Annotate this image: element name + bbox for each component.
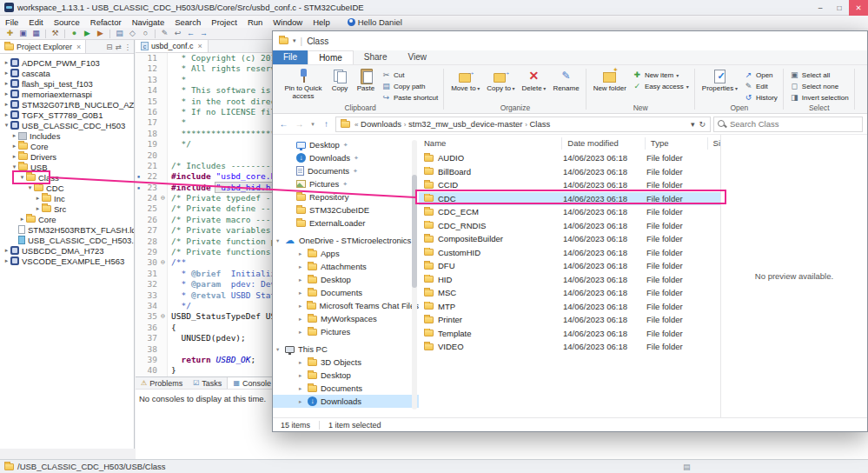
ribbon-button-new-item[interactable]: ✚New item▾	[631, 70, 691, 80]
nav-item-downloads[interactable]: ▸Downloads	[273, 395, 419, 408]
expander-open-icon[interactable]: ▾	[18, 174, 26, 181]
expander-closed-icon[interactable]: ▸	[3, 247, 10, 254]
tree-item-flash-spi-test-f103[interactable]: ▸flash_spi_test_f103	[0, 78, 134, 89]
menu-navigate[interactable]: Navigate	[127, 17, 170, 27]
file-row-video[interactable]: VIDEO14/06/2023 06:18File folder	[419, 340, 720, 354]
menu-run[interactable]: Run	[242, 17, 268, 27]
search-input[interactable]	[730, 119, 858, 129]
breadcrumb-overflow-chevron[interactable]: «	[354, 121, 358, 129]
nav-item-documents[interactable]: ▸Documents	[273, 286, 419, 299]
breadcrumb-stm32-mw-usb-device-master[interactable]: stm32_mw_usb_device-master	[408, 119, 522, 129]
expander-closed-icon[interactable]: ▸	[10, 132, 18, 139]
tree-item-includes[interactable]: ▸Includes	[0, 130, 134, 141]
save-icon[interactable]: ▣	[17, 28, 30, 39]
menu-window[interactable]: Window	[268, 17, 308, 27]
nav-item-externalloader[interactable]: ExternalLoader	[273, 217, 419, 230]
file-row-billboard[interactable]: BillBoard14/06/2023 06:18File folder	[419, 165, 720, 179]
nav-item-desktop[interactable]: ▸Desktop	[273, 273, 419, 286]
expander-closed-icon[interactable]: ▸	[34, 205, 42, 212]
tree-item-tgfx-st7789-g0b1[interactable]: ▸TGFX_ST7789_G0B1	[0, 110, 134, 120]
file-row-cdc-rndis[interactable]: CDC_RNDIS14/06/2023 06:18File folder	[419, 219, 720, 233]
open-element-icon[interactable]: ◇	[126, 28, 139, 39]
last-edit-location-icon[interactable]: ↩	[171, 28, 184, 39]
tree-item-usbcdc-dma-h723[interactable]: ▸USBCDC_DMA_H723	[0, 245, 134, 256]
expander-open-icon[interactable]: ▾	[26, 184, 34, 191]
scrollbar-thumb[interactable]	[412, 175, 417, 288]
expander-closed-icon[interactable]: ▸	[34, 195, 42, 202]
close-icon[interactable]: ×	[198, 42, 202, 50]
tree-item-adpcm-pwm-f103[interactable]: ▸ADPCM_PWM_F103	[0, 57, 134, 68]
file-row-ccid[interactable]: CCID14/06/2023 06:18File folder	[419, 178, 720, 192]
debug-icon[interactable]: ●	[68, 28, 81, 39]
up-button[interactable]: ↑	[320, 119, 333, 129]
search-box[interactable]	[713, 117, 863, 132]
new-c-class-icon[interactable]: ▤	[113, 28, 126, 39]
file-row-template[interactable]: Template14/06/2023 06:18File folder	[419, 327, 720, 341]
tree-item-core[interactable]: ▸Core	[0, 214, 134, 224]
tree-item-inc[interactable]: ▸Inc	[0, 193, 134, 203]
tree-item-usb-classic-cdc-h503-ioc[interactable]: USB_CLASSIC_CDC_H503.ioc	[0, 235, 134, 245]
menu-project[interactable]: Project	[206, 17, 242, 27]
file-row-hid[interactable]: HID14/06/2023 06:18File folder	[419, 273, 720, 287]
nav-item-documents[interactable]: Documents✦	[273, 164, 419, 177]
close-icon[interactable]: ×	[76, 43, 81, 51]
column-header-si[interactable]: Si	[708, 137, 720, 150]
quick-access-toolbar-icon[interactable]: ▾	[293, 37, 296, 44]
file-row-cdc-ecm[interactable]: CDC_ECM14/06/2023 06:18File folder	[419, 205, 720, 219]
nav-item-microsoft-teams-chat-files[interactable]: ▸Microsoft Teams Chat Files	[273, 299, 419, 312]
file-row-audio[interactable]: AUDIO14/06/2023 06:18File folder	[419, 151, 720, 165]
ribbon-tab-view[interactable]: View	[398, 50, 438, 64]
file-row-printer[interactable]: Printer14/06/2023 06:18File folder	[419, 313, 720, 327]
menu-edit[interactable]: Edit	[23, 17, 48, 27]
run-icon[interactable]: ▶	[81, 28, 94, 39]
nav-item-attachments[interactable]: ▸Attachments	[273, 260, 419, 273]
expander-closed-icon[interactable]: ▸	[299, 303, 307, 310]
ribbon-button-cut[interactable]: ✂Cut	[380, 70, 440, 80]
new-icon[interactable]: ✚	[3, 28, 17, 39]
close-button[interactable]: ✕	[849, 0, 868, 16]
breadcrumb-downloads[interactable]: Downloads	[361, 119, 401, 129]
nav-item-desktop[interactable]: ▸Desktop	[273, 369, 419, 382]
expander-closed-icon[interactable]: ▸	[299, 263, 308, 270]
ribbon-button-properties[interactable]: Properties ▾	[699, 67, 740, 93]
link-editor-icon[interactable]: ⇄	[115, 43, 121, 51]
back-button[interactable]: ←	[277, 119, 290, 129]
nav-scrollbar[interactable]	[412, 140, 417, 410]
expander-open-icon[interactable]: ▾	[10, 163, 18, 170]
ribbon-tab-home[interactable]: Home	[308, 50, 354, 64]
fold-marker-icon[interactable]: ⊖	[159, 257, 168, 268]
menu-file[interactable]: File	[0, 17, 23, 27]
file-row-dfu[interactable]: DFU14/06/2023 06:18File folder	[419, 259, 720, 273]
ribbon-button-paste[interactable]: Paste	[354, 67, 378, 93]
ribbon-button-rename[interactable]: Rename	[550, 67, 581, 93]
address-bar[interactable]: « Downloads › stm32_mw_usb_device-master…	[335, 117, 711, 132]
user-account[interactable]: Hello Daniel	[348, 17, 402, 27]
expander-closed-icon[interactable]: ▸	[299, 290, 308, 296]
column-header-date-modified[interactable]: Date modified	[562, 137, 646, 150]
ribbon-button-invert-selection[interactable]: ◨Invert selection	[788, 92, 851, 103]
tree-item-class[interactable]: ▾Class	[0, 172, 134, 183]
menu-search[interactable]: Search	[169, 17, 206, 27]
nav-item-3d-objects[interactable]: ▸3D Objects	[273, 356, 419, 369]
nav-item-documents[interactable]: ▸Documents	[273, 382, 419, 395]
ribbon-button-easy-access[interactable]: ✓Easy access▾	[631, 81, 691, 91]
collapse-all-icon[interactable]: ⊟	[106, 43, 112, 51]
breadcrumb-class[interactable]: Class	[529, 119, 550, 129]
tree-item-usb-classic-cdc-h503[interactable]: ▾USB_CLASSIC_CDC_H503	[0, 120, 134, 130]
forward-button[interactable]: →	[293, 119, 306, 129]
tree-item-stm32g071rb-nucleo-az2-in-stm[interactable]: ▸STM32G071RB_NUCLEO_AZ2 (in STM	[0, 99, 134, 110]
ribbon-button-copy-path[interactable]: ▤Copy path	[380, 81, 440, 91]
expander-closed-icon[interactable]: ▸	[3, 257, 10, 264]
search-icon[interactable]: ○	[139, 28, 152, 39]
ribbon-button-move-to[interactable]: Move to ▾	[448, 67, 482, 93]
tree-item-usb[interactable]: ▾USB	[0, 162, 134, 172]
nav-item-desktop[interactable]: Desktop✦	[273, 138, 419, 151]
nav-item-pictures[interactable]: ▸Pictures	[273, 325, 419, 338]
expander-closed-icon[interactable]: ▸	[299, 316, 308, 323]
tree-item-vscode-example-h563[interactable]: ▸VSCODE_EXAMPLE_H563	[0, 256, 134, 266]
nav-item-onedrive-stmicroelectronics[interactable]: ▾OneDrive - STMicroelectronics	[273, 234, 419, 247]
tree-item-cascata[interactable]: ▸cascata	[0, 68, 134, 78]
menu-source[interactable]: Source	[49, 17, 85, 27]
file-row-mtp[interactable]: MTP14/06/2023 06:18File folder	[419, 300, 720, 314]
fold-marker-icon[interactable]: ⊖	[159, 311, 168, 322]
